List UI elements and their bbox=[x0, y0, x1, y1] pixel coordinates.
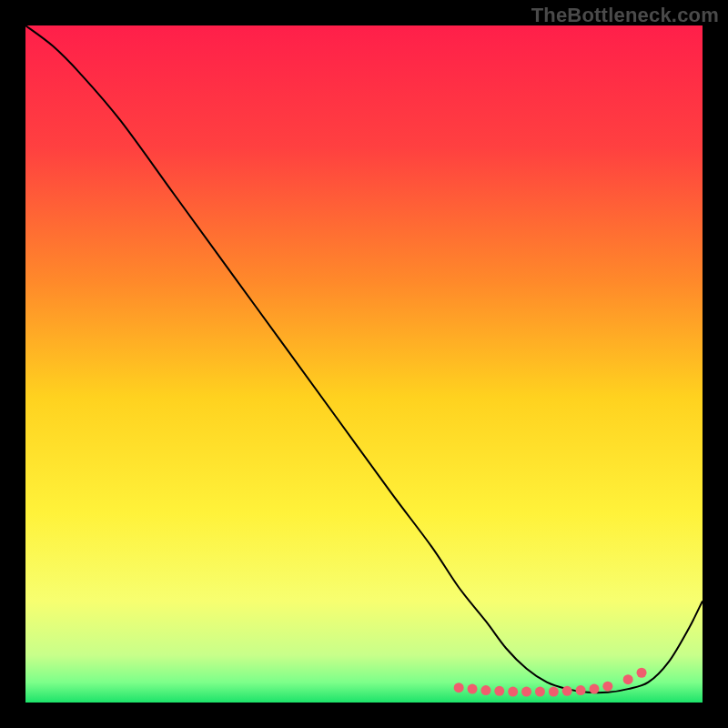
marker-dot bbox=[480, 685, 490, 695]
marker-dot bbox=[468, 684, 478, 694]
marker-dot bbox=[454, 682, 464, 693]
marker-dot bbox=[637, 668, 647, 678]
marker-dot bbox=[535, 687, 545, 697]
marker-dot bbox=[549, 687, 559, 697]
gradient-background bbox=[25, 25, 703, 703]
marker-dot bbox=[562, 686, 572, 696]
plot-area bbox=[25, 25, 703, 703]
marker-dot bbox=[623, 674, 633, 684]
marker-dot bbox=[521, 687, 531, 697]
marker-dot bbox=[576, 685, 586, 695]
chart-svg bbox=[25, 25, 703, 703]
chart-frame: TheBottleneck.com bbox=[0, 0, 728, 728]
marker-dot bbox=[589, 684, 599, 694]
marker-dot bbox=[602, 682, 612, 692]
watermark-label: TheBottleneck.com bbox=[531, 4, 719, 27]
marker-dot bbox=[494, 686, 504, 696]
marker-dot bbox=[508, 687, 518, 697]
